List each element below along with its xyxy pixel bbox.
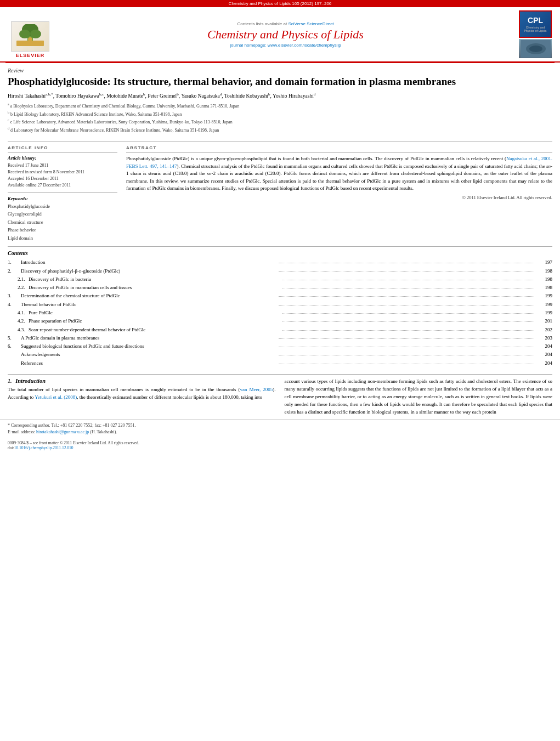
toc-num-4: 4. [8, 301, 21, 309]
abstract-text: Phosphatidylglucoside (PtdGlc) is a uniq… [126, 155, 552, 193]
ref-yetukuri: Yetukuri et al. (2008) [35, 394, 77, 400]
contents-available-line: Contents lists available at SciVerse Sci… [237, 21, 333, 26]
svg-point-3 [19, 30, 30, 38]
keyword-4: Phase behavior [8, 226, 117, 234]
toc-item-4: 4. Thermal behavior of PtdGlc 199 [8, 301, 552, 309]
info-abstract-section: ARTICLE INFO Article history: Received 1… [0, 145, 560, 242]
intro-section-num: 1. [8, 378, 12, 384]
toc-text-ref: References [21, 359, 277, 367]
toc-text-ack: Acknowledgements [21, 350, 277, 359]
journal-logo-right: CPL Chemistry andPhysics of Lipids [516, 10, 555, 58]
intro-left: 1. Introduction The total number of lipi… [8, 378, 276, 416]
toc-num-4-2: 4.2. [18, 317, 29, 325]
toc-item-ref: References 204 [8, 359, 552, 367]
toc-dots-2-1 [282, 276, 535, 280]
toc-text-4-2: Phase separation of PtdGlc [29, 317, 281, 325]
toc-dots-ref [279, 360, 535, 364]
each-text: each [508, 401, 517, 407]
intro-right: account various types of lipids includin… [285, 378, 553, 416]
toc-num-6: 6. [8, 342, 21, 350]
main-content: 1. Introduction The total number of lipi… [0, 375, 560, 420]
footnote-section: * Corresponding author. Tel.: +81 027 22… [0, 420, 560, 438]
affiliation-a: a a Biophysics Laboratory, Department of… [8, 102, 552, 110]
elsevier-logo: ELSEVIER [5, 10, 55, 58]
cpl-text: CPL [528, 16, 543, 25]
bottom-bar: 0009-3084/$ – see front matter © 2011 El… [0, 439, 560, 452]
abstract-label: ABSTRACT [126, 145, 552, 150]
affiliation-b: b b Lipid Biology Laboratory, RIKEN Adva… [8, 110, 552, 118]
toc-dots-4-2 [282, 318, 535, 322]
cpl-subtitle: Chemistry andPhysics of Lipids [524, 26, 546, 32]
article-info-label: ARTICLE INFO [8, 145, 117, 150]
svg-point-5 [28, 37, 32, 42]
toc-item-4-2: 4.2. Phase separation of PtdGlc 201 [8, 317, 552, 325]
toc-dots-5 [279, 335, 535, 339]
toc-text-2-1: Discovery of PtdGlc in bacteria [29, 275, 281, 284]
toc-dots-1 [279, 259, 535, 263]
section-divider-1 [8, 142, 552, 142]
toc-item-3: 3. Determination of the chemical structu… [8, 292, 552, 300]
toc-page-3: 199 [536, 292, 552, 300]
corresponding-author: * Corresponding author. Tel.: +81 027 22… [8, 422, 552, 429]
toc-text-4-3: Scan-repeat-number-dependent thermal beh… [29, 326, 281, 334]
toc-page-ref: 204 [536, 359, 552, 367]
toc-item-6: 6. Suggested biological functions of Ptd… [8, 342, 552, 350]
intro-right-para: account various types of lipids includin… [285, 378, 553, 416]
contents-section: Contents 1. Introduction 197 2. Discover… [0, 247, 560, 371]
toc-dots-3 [279, 293, 535, 297]
elsevier-tree-image [11, 21, 49, 52]
intro-heading-text: Introduction [15, 378, 46, 384]
toc-page-4: 199 [536, 301, 552, 309]
accepted-date: Accepted 16 December 2011 [8, 176, 117, 182]
toc-dots-ack [279, 352, 535, 355]
toc-page-2-1: 198 [536, 275, 552, 284]
doi-value: 10.1016/j.chemphyslip.2011.12.010 [14, 445, 73, 450]
revised-date: Received in revised form 8 November 2011 [8, 169, 117, 176]
toc-page-2: 198 [536, 267, 552, 275]
thousands-text: thousands [217, 387, 236, 392]
toc-page-4-2: 201 [536, 317, 552, 325]
toc-dots-2 [279, 268, 535, 271]
online-date: Available online 27 December 2011 [8, 182, 117, 189]
journal-title: Chemistry and Physics of Lipids [207, 27, 364, 42]
article-title: Phosphatidylglucoside: Its structure, th… [8, 76, 552, 88]
issn-line: 0009-3084/$ – see front matter © 2011 El… [8, 440, 552, 445]
toc-num-2: 2. [8, 267, 21, 275]
abstract-column: ABSTRACT Phosphatidylglucoside (PtdGlc) … [126, 145, 552, 242]
toc-num-3: 3. [8, 292, 21, 300]
toc-dots-4-3 [282, 326, 535, 330]
toc-dots-4 [279, 302, 535, 306]
toc-text-6: Suggested biological functions of PtdGlc… [21, 342, 277, 350]
toc-num-2-2: 2.2. [18, 284, 29, 292]
toc-num-1: 1. [8, 258, 21, 267]
toc-page-5: 203 [536, 334, 552, 342]
toc-page-4-3: 202 [536, 326, 552, 334]
doi-line: doi:10.1016/j.chemphyslip.2011.12.010 [8, 445, 552, 450]
toc-item-4-1: 4.1. Pure PtdGlc 199 [8, 309, 552, 317]
email-suffix: (H. Takahashi). [90, 429, 117, 434]
affiliations: a a Biophysics Laboratory, Department of… [8, 102, 552, 134]
copyright: © 2011 Elsevier Ireland Ltd. All rights … [126, 195, 552, 200]
affiliation-d: d d Laboratory for Molecular Membrane Ne… [8, 126, 552, 134]
toc-text-5: A PtdGlc domain in plasma membranes [21, 334, 277, 342]
toc-num-2-1: 2.1. [18, 275, 29, 284]
email-address: hirotakahashi@gunma-u.ac.jp [36, 429, 89, 434]
elsevier-text: ELSEVIER [16, 53, 45, 58]
keyword-2: Glycoglycerolipid [8, 210, 117, 218]
toc-num-5: 5. [8, 334, 21, 342]
authors: Hiroshi Takahashia,b,*, Tomohiro Hayakaw… [8, 92, 552, 100]
journal-citation: Chemistry and Physics of Lipids 165 (201… [229, 1, 332, 6]
toc-num-4-1: 4.1. [18, 309, 29, 317]
toc-item-ack: Acknowledgements 204 [8, 350, 552, 359]
intro-left-para: The total number of lipid species in mam… [8, 386, 276, 401]
toc-text-4-1: Pure PtdGlc [29, 309, 281, 317]
history-label: Article history: [8, 155, 117, 161]
affiliation-c: c c Life Science Laboratory, Advanced Ma… [8, 118, 552, 126]
toc-num-4-3: 4.3. [18, 326, 29, 334]
svg-point-4 [30, 30, 41, 38]
received-date: Received 17 June 2011 [8, 162, 117, 169]
article-type: Review [8, 67, 552, 73]
toc-page-1: 197 [536, 258, 552, 267]
toc-dots-2-2 [282, 285, 535, 289]
email-label: E-mail address: [8, 429, 35, 434]
